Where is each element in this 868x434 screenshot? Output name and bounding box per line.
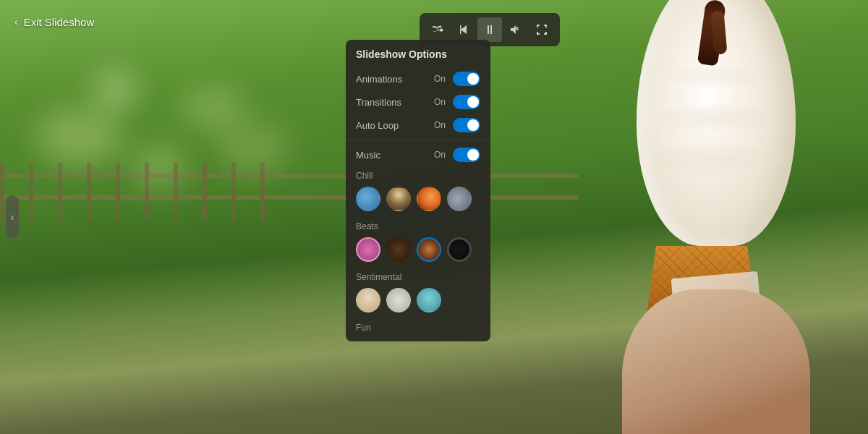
swirl-ridge — [647, 145, 785, 174]
fence-post — [0, 163, 4, 221]
mute-button[interactable] — [503, 17, 528, 42]
scroll-handle[interactable] — [6, 195, 19, 239]
slideshow-options-panel: Slideshow Options Animations On Transiti… — [346, 40, 490, 341]
animations-toggle[interactable] — [453, 72, 480, 86]
chill-track-4[interactable] — [447, 187, 472, 211]
animations-label: Animations — [356, 74, 402, 85]
beats-track-3[interactable] — [417, 237, 441, 262]
sentimental-track-2[interactable] — [386, 288, 411, 312]
previous-button[interactable] — [451, 17, 476, 42]
sentimental-category-label: Sentimental — [346, 268, 490, 285]
bokeh-5 — [181, 87, 246, 130]
swirl-ridge — [655, 105, 778, 130]
pause-button[interactable] — [477, 17, 502, 42]
fence-post — [145, 163, 149, 221]
bokeh-4 — [94, 72, 137, 109]
fence-post — [116, 163, 120, 221]
auto-loop-option-row: Auto Loop On — [346, 114, 490, 137]
fence-post — [174, 163, 178, 221]
transitions-toggle[interactable] — [453, 95, 480, 109]
music-label: Music — [356, 150, 380, 161]
chill-track-1[interactable] — [356, 187, 380, 211]
hand — [622, 289, 810, 434]
beats-track-1[interactable] — [356, 237, 380, 262]
shuffle-icon — [432, 24, 443, 35]
beats-tracks — [346, 234, 490, 268]
fun-category-label: Fun — [346, 318, 490, 336]
chill-track-3[interactable] — [417, 187, 441, 211]
sentimental-track-1[interactable] — [356, 288, 380, 312]
fence-post — [58, 163, 62, 221]
beats-track-2[interactable] — [386, 237, 411, 262]
music-toggle[interactable] — [453, 148, 480, 162]
beats-category-label: Beats — [346, 217, 490, 234]
fullscreen-icon — [536, 24, 548, 35]
music-state-label: On — [434, 150, 446, 160]
music-toggle-group: On — [434, 148, 480, 162]
fence-post — [87, 163, 91, 221]
exit-button-label: Exit Slideshow — [24, 16, 95, 28]
auto-loop-state-label: On — [434, 120, 446, 130]
fence-post — [260, 163, 265, 221]
swirl-ridge — [665, 65, 767, 87]
chill-tracks — [346, 184, 490, 217]
previous-icon — [458, 24, 469, 35]
beats-track-4[interactable] — [447, 237, 472, 262]
transitions-label: Transitions — [356, 97, 401, 108]
music-option-row: Music On — [346, 140, 490, 166]
fullscreen-button[interactable] — [529, 17, 554, 42]
chill-track-2[interactable] — [386, 187, 411, 211]
exit-slideshow-button[interactable]: ‹ Exit Slideshow — [14, 16, 94, 28]
fence-post — [29, 163, 33, 221]
shuffle-button[interactable] — [425, 17, 450, 42]
sentimental-tracks — [346, 285, 490, 318]
sentimental-track-3[interactable] — [417, 288, 441, 312]
fence-post — [231, 163, 236, 221]
mute-icon — [510, 24, 522, 35]
transitions-toggle-group: On — [434, 95, 480, 109]
pause-icon — [484, 24, 495, 35]
fence-post — [203, 163, 207, 221]
animations-state-label: On — [434, 74, 446, 84]
back-chevron-icon: ‹ — [14, 16, 18, 27]
animations-toggle-group: On — [434, 72, 480, 86]
auto-loop-toggle[interactable] — [453, 118, 480, 132]
transitions-state-label: On — [434, 97, 446, 107]
panel-title: Slideshow Options — [346, 40, 490, 67]
animations-option-row: Animations On — [346, 67, 490, 90]
chill-category-label: Chill — [346, 166, 490, 184]
ice-cream-photo: SUPER — [448, 0, 868, 434]
transitions-option-row: Transitions On — [346, 90, 490, 114]
bokeh-1 — [36, 109, 123, 166]
auto-loop-label: Auto Loop — [356, 120, 399, 131]
auto-loop-toggle-group: On — [434, 118, 480, 132]
